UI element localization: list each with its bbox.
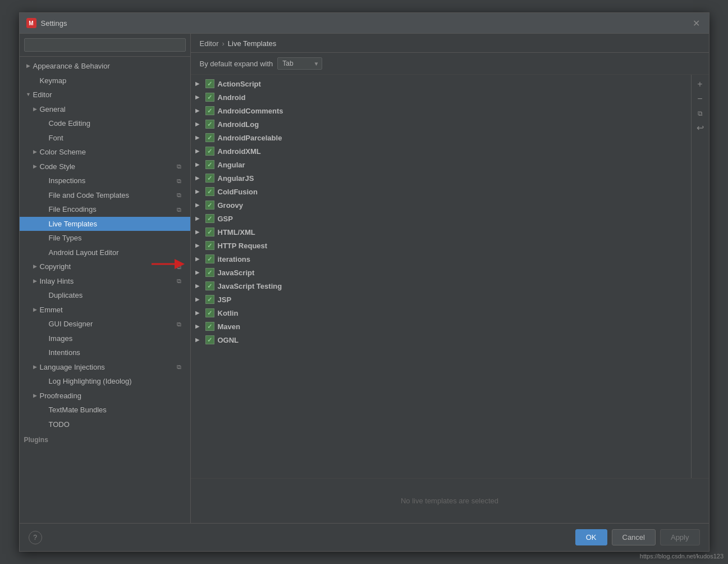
cancel-button[interactable]: Cancel (612, 529, 656, 545)
sidebar-item-keymap[interactable]: Keymap (20, 74, 190, 88)
group-checkbox[interactable] (205, 254, 214, 263)
copy-button[interactable]: ⧉ (694, 107, 706, 120)
footer-right: OK Cancel Apply (575, 529, 700, 545)
template-group-coldfusion[interactable]: ▶ ColdFusion (191, 185, 691, 198)
sidebar-item-copyright[interactable]: ▶ Copyright ⧉ (20, 260, 190, 274)
add-button[interactable]: + (694, 78, 706, 90)
sidebar-item-todo[interactable]: TODO (20, 417, 190, 432)
group-arrow-icon: ▶ (195, 243, 203, 248)
sidebar-item-font[interactable]: Font (20, 131, 190, 145)
expand-dropdown[interactable]: Tab Enter Space (277, 57, 322, 70)
group-checkbox[interactable] (205, 228, 214, 236)
template-group-htmlxml[interactable]: ▶ HTML/XML (191, 225, 691, 239)
sidebar-item-images[interactable]: Images (20, 331, 190, 346)
sidebar-item-code-editing[interactable]: Code Editing (20, 116, 190, 131)
template-group-androidlog[interactable]: ▶ AndroidLog (191, 117, 691, 131)
template-group-iterations[interactable]: ▶ iterations (191, 252, 691, 266)
group-checkbox[interactable] (205, 214, 214, 223)
group-checkbox[interactable] (205, 281, 214, 290)
group-label: HTML/XML (218, 228, 255, 236)
group-arrow-icon: ▶ (195, 256, 203, 262)
sidebar-item-language-injections[interactable]: ▶ Language Injections ⧉ (20, 360, 190, 375)
sidebar-item-inspections[interactable]: Inspections ⧉ (20, 174, 190, 188)
expand-dropdown-wrapper: Tab Enter Space ▼ (277, 57, 322, 70)
reset-button[interactable]: ↩ (694, 122, 706, 134)
sidebar-item-proofreading[interactable]: ▶ Proofreading (20, 389, 190, 403)
ok-button[interactable]: OK (575, 529, 607, 545)
sidebar-item-intentions[interactable]: Intentions (20, 345, 190, 360)
group-checkbox[interactable] (205, 295, 214, 304)
sidebar-item-color-scheme[interactable]: ▶ Color Scheme (20, 145, 190, 160)
sidebar-item-label: Proofreading (40, 390, 186, 402)
close-button[interactable]: ✕ (691, 17, 702, 29)
template-group-androidxml[interactable]: ▶ AndroidXML (191, 144, 691, 158)
sidebar-item-file-types[interactable]: File Types (20, 231, 190, 245)
template-group-kotlin[interactable]: ▶ Kotlin (191, 306, 691, 320)
group-checkbox[interactable] (205, 147, 214, 156)
sidebar-item-editor[interactable]: ▼ Editor (20, 88, 190, 102)
template-group-javascript[interactable]: ▶ JavaScript (191, 266, 691, 279)
sidebar-item-label: General (40, 104, 186, 115)
group-checkbox[interactable] (205, 322, 214, 331)
group-checkbox[interactable] (205, 201, 214, 210)
group-arrow-icon: ▶ (195, 202, 203, 208)
sidebar-item-log-highlighting[interactable]: Log Highlighting (Ideolog) (20, 374, 190, 389)
template-group-gsp[interactable]: ▶ GSP (191, 212, 691, 225)
template-group-ognl[interactable]: ▶ OGNL (191, 333, 691, 347)
group-label: Maven (218, 322, 240, 331)
template-group-android[interactable]: ▶ Android (191, 90, 691, 104)
sidebar-item-emmet[interactable]: ▶ Emmet (20, 303, 190, 317)
group-arrow-icon: ▶ (195, 310, 203, 316)
template-group-maven[interactable]: ▶ Maven (191, 320, 691, 333)
template-group-angular[interactable]: ▶ Angular (191, 158, 691, 171)
group-arrow-icon: ▶ (195, 229, 203, 235)
sidebar-item-android-layout-editor[interactable]: Android Layout Editor (20, 245, 190, 260)
group-label: Kotlin (218, 309, 239, 317)
group-checkbox[interactable] (205, 133, 214, 142)
group-checkbox[interactable] (205, 268, 214, 277)
remove-button[interactable]: − (694, 93, 706, 105)
group-checkbox[interactable] (205, 241, 214, 250)
search-input[interactable] (24, 38, 186, 52)
template-group-actionscript[interactable]: ▶ ActionScript (191, 77, 691, 90)
group-label: HTTP Request (218, 242, 268, 250)
arrow-icon: ▶ (31, 106, 40, 113)
sidebar-item-label: Copyright (40, 261, 177, 272)
arrow-icon: ▶ (31, 263, 40, 271)
sidebar-item-file-code-templates[interactable]: File and Code Templates ⧉ (20, 188, 190, 203)
title-bar-left: M Settings (26, 18, 67, 28)
sidebar-item-gui-designer[interactable]: GUI Designer ⧉ (20, 317, 190, 331)
group-checkbox[interactable] (205, 308, 214, 317)
sidebar-item-duplicates[interactable]: Duplicates (20, 288, 190, 303)
group-checkbox[interactable] (205, 174, 214, 183)
group-checkbox[interactable] (205, 335, 214, 344)
group-checkbox[interactable] (205, 187, 214, 196)
help-button[interactable]: ? (29, 531, 42, 544)
sidebar-item-label: Log Highlighting (Ideolog) (49, 376, 186, 387)
template-group-httprequest[interactable]: ▶ HTTP Request (191, 239, 691, 252)
sidebar-item-live-templates[interactable]: Live Templates (20, 217, 190, 231)
group-label: GSP (218, 215, 233, 223)
list-toolbar: + − ⧉ ↩ (691, 75, 709, 478)
template-group-groovy[interactable]: ▶ Groovy (191, 198, 691, 212)
arrow-icon: ▶ (31, 363, 40, 371)
template-group-javascripttesting[interactable]: ▶ JavaScript Testing (191, 279, 691, 293)
group-checkbox[interactable] (205, 160, 214, 169)
template-group-androidparcelable[interactable]: ▶ AndroidParcelable (191, 131, 691, 144)
group-checkbox[interactable] (205, 120, 214, 129)
sidebar-item-general[interactable]: ▶ General (20, 102, 190, 117)
sidebar-item-appearance[interactable]: ▶ Appearance & Behavior (20, 59, 190, 74)
sidebar-item-file-encodings[interactable]: File Encodings ⧉ (20, 202, 190, 217)
apply-button[interactable]: Apply (660, 529, 700, 545)
template-group-androidcomments[interactable]: ▶ AndroidComments (191, 104, 691, 117)
sidebar-item-textmate-bundles[interactable]: TextMate Bundles (20, 403, 190, 417)
template-group-jsp[interactable]: ▶ JSP (191, 293, 691, 306)
sidebar-item-inlay-hints[interactable]: ▶ Inlay Hints ⧉ (20, 274, 190, 289)
group-label: Angular (218, 161, 245, 169)
group-checkbox[interactable] (205, 79, 214, 88)
sidebar-item-code-style[interactable]: ▶ Code Style ⧉ (20, 160, 190, 174)
template-group-angularjs[interactable]: ▶ AngularJS (191, 171, 691, 185)
group-checkbox[interactable] (205, 93, 214, 102)
group-checkbox[interactable] (205, 106, 214, 115)
copy-icon: ⧉ (177, 320, 186, 329)
